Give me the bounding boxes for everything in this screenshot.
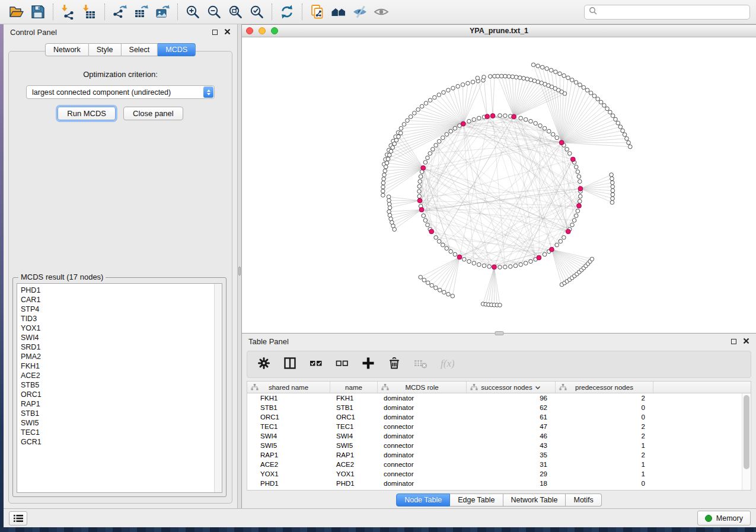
network-node[interactable] xyxy=(555,136,559,140)
tab-select[interactable]: Select xyxy=(122,43,158,56)
tab-edge-table[interactable]: Edge Table xyxy=(450,493,503,507)
network-node[interactable] xyxy=(611,114,615,118)
mcds-result-item[interactable]: PMA2 xyxy=(21,352,222,361)
network-node[interactable] xyxy=(434,236,438,240)
tab-network-table[interactable]: Network Table xyxy=(503,493,566,507)
network-node[interactable] xyxy=(525,77,529,81)
tab-mcds[interactable]: MCDS xyxy=(158,43,196,56)
network-node[interactable] xyxy=(503,114,508,118)
network-node[interactable] xyxy=(524,118,528,122)
open-session-button[interactable] xyxy=(6,2,27,21)
network-node[interactable] xyxy=(547,129,551,133)
network-node[interactable] xyxy=(540,65,544,69)
network-node[interactable] xyxy=(623,133,627,137)
network-node[interactable] xyxy=(575,214,579,218)
list-scrollbar[interactable] xyxy=(214,284,222,492)
network-node[interactable] xyxy=(476,76,480,80)
table-row[interactable]: YOX1YOX1connector291 xyxy=(247,469,742,479)
network-node[interactable] xyxy=(578,83,582,87)
mcds-result-item[interactable]: TEC1 xyxy=(21,428,222,437)
network-node[interactable] xyxy=(445,133,449,137)
network-node[interactable] xyxy=(629,145,633,149)
network-node[interactable] xyxy=(467,119,471,123)
network-node[interactable] xyxy=(382,173,387,177)
network-node[interactable] xyxy=(555,243,559,247)
mcds-result-item[interactable]: ORC1 xyxy=(21,390,222,399)
mcds-result-item[interactable]: TID3 xyxy=(21,314,222,323)
network-node[interactable] xyxy=(611,193,615,197)
network-node-dominator[interactable] xyxy=(550,247,554,252)
table-row[interactable]: FKH1FKH1dominator962 xyxy=(247,393,742,403)
show-panels-button[interactable] xyxy=(9,511,27,525)
network-node[interactable] xyxy=(578,180,582,184)
network-node[interactable] xyxy=(576,209,580,213)
zoom-out-button[interactable] xyxy=(203,2,225,21)
search-field[interactable] xyxy=(584,5,750,20)
network-node[interactable] xyxy=(399,131,403,135)
network-node[interactable] xyxy=(384,165,388,169)
mcds-result-item[interactable]: SWI4 xyxy=(21,333,222,342)
network-node[interactable] xyxy=(413,111,417,116)
network-node[interactable] xyxy=(461,83,465,87)
float-panel-icon[interactable] xyxy=(212,30,218,35)
table-scrollbar-thumb[interactable] xyxy=(744,395,749,469)
network-node[interactable] xyxy=(453,126,457,130)
deselect-all-checkboxes-button[interactable] xyxy=(331,354,353,375)
network-node[interactable] xyxy=(434,143,438,148)
network-node[interactable] xyxy=(543,126,547,130)
network-node[interactable] xyxy=(570,223,575,227)
network-node-dominator[interactable] xyxy=(492,265,497,270)
select-all-checkboxes-button[interactable] xyxy=(305,354,327,375)
table-row[interactable]: SWI5SWI5connector431 xyxy=(247,441,742,450)
network-node[interactable] xyxy=(611,188,615,193)
network-node-dominator[interactable] xyxy=(512,114,516,119)
network-node[interactable] xyxy=(518,76,522,80)
network-node[interactable] xyxy=(507,75,511,79)
column-header-successor-nodes[interactable]: successor nodes xyxy=(467,382,556,393)
column-header-name[interactable]: name xyxy=(330,382,378,393)
network-node[interactable] xyxy=(433,95,437,100)
network-node[interactable] xyxy=(417,184,422,188)
tab-style[interactable]: Style xyxy=(89,43,122,56)
network-node[interactable] xyxy=(514,75,518,79)
splitter-grip-icon[interactable] xyxy=(238,267,241,275)
network-node[interactable] xyxy=(487,265,492,269)
network-node[interactable] xyxy=(388,206,392,210)
network-node[interactable] xyxy=(503,74,508,78)
network-node[interactable] xyxy=(426,156,430,160)
export-image-button[interactable] xyxy=(152,2,173,21)
network-node[interactable] xyxy=(618,125,623,129)
network-node[interactable] xyxy=(438,288,442,292)
create-new-column-button[interactable] xyxy=(358,354,379,375)
network-node[interactable] xyxy=(385,161,389,165)
network-node[interactable] xyxy=(402,123,406,127)
network-node[interactable] xyxy=(394,138,398,142)
network-node-dominator[interactable] xyxy=(559,140,564,145)
network-node[interactable] xyxy=(422,278,426,282)
network-node[interactable] xyxy=(610,177,614,181)
network-node-dominator[interactable] xyxy=(490,114,495,118)
network-node-dominator[interactable] xyxy=(577,204,582,209)
network-node[interactable] xyxy=(482,75,486,79)
network-node[interactable] xyxy=(589,91,593,95)
network-node[interactable] xyxy=(449,129,453,133)
network-node[interactable] xyxy=(543,252,547,257)
network-node[interactable] xyxy=(545,67,549,71)
export-network-button[interactable] xyxy=(109,2,130,21)
network-node[interactable] xyxy=(503,265,508,269)
network-node-dominator[interactable] xyxy=(485,114,490,119)
mcds-result-item[interactable]: CAR1 xyxy=(21,295,222,305)
network-node-dominator[interactable] xyxy=(566,229,570,234)
network-node[interactable] xyxy=(513,264,518,268)
network-node[interactable] xyxy=(466,81,470,85)
network-node[interactable] xyxy=(446,292,451,296)
network-node[interactable] xyxy=(381,193,385,197)
network-node[interactable] xyxy=(554,70,558,74)
network-node[interactable] xyxy=(409,115,413,119)
mcds-result-item[interactable]: SWI5 xyxy=(21,418,222,428)
network-node-dominator[interactable] xyxy=(570,157,575,162)
network-node[interactable] xyxy=(467,259,471,264)
network-node[interactable] xyxy=(610,173,614,177)
table-row[interactable]: SWI4SWI4dominator462 xyxy=(247,431,742,441)
network-node[interactable] xyxy=(437,93,441,97)
